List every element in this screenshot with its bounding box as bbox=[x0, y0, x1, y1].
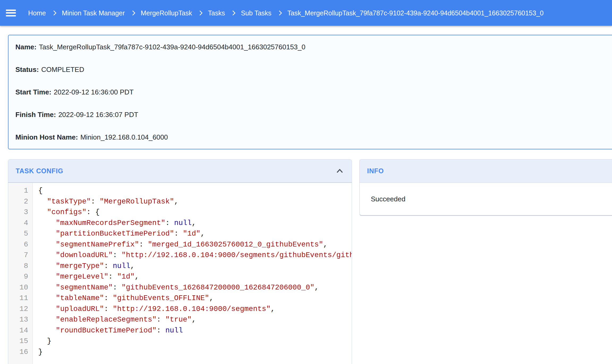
code-line: "segmentNamePrefix": "merged_1d_16630257… bbox=[38, 239, 352, 250]
chevron-right-icon bbox=[130, 10, 135, 16]
chevron-right-icon bbox=[197, 10, 203, 16]
detail-value: 2022-09-12 16:36:00 PDT bbox=[54, 88, 134, 96]
info-panel: INFO Succeeded bbox=[359, 159, 612, 216]
detail-label: Finish Time: bbox=[15, 111, 56, 119]
line-number: 15 bbox=[8, 336, 28, 347]
detail-value: Task_MergeRollupTask_79fa787c-9102-439a-… bbox=[39, 43, 305, 51]
task-config-panel: TASK CONFIG 12345678910111213141516 { "t… bbox=[8, 159, 352, 364]
code-line: "maxNumRecordsPerSegment": null, bbox=[38, 218, 352, 229]
chevron-right-icon bbox=[277, 10, 282, 16]
app-header: HomeMinion Task ManagerMergeRollupTaskTa… bbox=[0, 0, 612, 26]
detail-row: Start Time:2022-09-12 16:36:00 PDT bbox=[15, 88, 612, 96]
breadcrumb-item[interactable]: Minion Task Manager bbox=[62, 9, 125, 17]
detail-row: Name:Task_MergeRollupTask_79fa787c-9102-… bbox=[15, 43, 612, 51]
info-panel-title: INFO bbox=[367, 167, 384, 175]
detail-label: Status: bbox=[15, 66, 39, 73]
code-line: "taskType": "MergeRollupTask", bbox=[38, 196, 352, 207]
line-number: 11 bbox=[8, 293, 28, 304]
code-line: { bbox=[38, 185, 352, 196]
task-details-panel: Name:Task_MergeRollupTask_79fa787c-9102-… bbox=[8, 35, 612, 149]
breadcrumb: HomeMinion Task ManagerMergeRollupTaskTa… bbox=[28, 9, 543, 17]
line-number: 1 bbox=[8, 185, 28, 196]
breadcrumb-item[interactable]: Sub Tasks bbox=[241, 9, 271, 17]
line-number: 9 bbox=[8, 271, 28, 282]
line-number: 10 bbox=[8, 282, 28, 293]
chevron-right-icon bbox=[230, 10, 236, 16]
detail-label: Start Time: bbox=[15, 88, 51, 96]
code-line: "roundBucketTimePeriod": null bbox=[38, 325, 352, 336]
detail-value: Minion_192.168.0.104_6000 bbox=[80, 133, 168, 141]
info-panel-header: INFO bbox=[360, 159, 612, 183]
code-line: "tableName": "githubEvents_OFFLINE", bbox=[38, 293, 352, 304]
task-config-title: TASK CONFIG bbox=[16, 167, 63, 175]
code-line: } bbox=[38, 336, 352, 347]
chevron-up-icon bbox=[336, 168, 344, 174]
line-number: 16 bbox=[8, 347, 28, 358]
task-config-code-editor[interactable]: 12345678910111213141516 { "taskType": "M… bbox=[8, 183, 352, 364]
code-line: "downloadURL": "http://192.168.0.104:900… bbox=[38, 250, 352, 261]
detail-row: Minion Host Name:Minion_192.168.0.104_60… bbox=[15, 133, 612, 141]
code-line: "configs": { bbox=[38, 207, 352, 218]
code-line: "mergeLevel": "1d", bbox=[38, 271, 352, 282]
chevron-right-icon bbox=[51, 10, 57, 16]
detail-value: COMPLETED bbox=[41, 66, 84, 73]
breadcrumb-item[interactable]: Tasks bbox=[208, 9, 225, 17]
info-status-text: Succeeded bbox=[360, 183, 612, 215]
line-number: 5 bbox=[8, 228, 28, 239]
code-line: "enableReplaceSegments": "true", bbox=[38, 314, 352, 325]
line-number: 14 bbox=[8, 325, 28, 336]
detail-label: Name: bbox=[15, 43, 36, 51]
detail-value: 2022-09-12 16:36:07 PDT bbox=[58, 111, 138, 119]
code-line: } bbox=[38, 347, 352, 358]
line-number: 4 bbox=[8, 218, 28, 229]
line-number: 12 bbox=[8, 304, 28, 315]
code-line: "partitionBucketTimePeriod": "1d", bbox=[38, 228, 352, 239]
breadcrumb-item: Task_MergeRollupTask_79fa787c-9102-439a-… bbox=[287, 9, 544, 17]
line-number: 7 bbox=[8, 250, 28, 261]
detail-row: Finish Time:2022-09-12 16:36:07 PDT bbox=[15, 110, 612, 119]
detail-label: Minion Host Name: bbox=[15, 133, 78, 141]
menu-icon[interactable] bbox=[6, 10, 16, 16]
breadcrumb-item[interactable]: MergeRollupTask bbox=[141, 9, 192, 17]
code-line-numbers: 12345678910111213141516 bbox=[8, 183, 33, 364]
code-lines: { "taskType": "MergeRollupTask", "config… bbox=[33, 183, 352, 364]
code-line: "mergeType": null, bbox=[38, 261, 352, 272]
breadcrumb-item[interactable]: Home bbox=[28, 9, 46, 17]
line-number: 6 bbox=[8, 239, 28, 250]
code-line: "uploadURL": "http://192.168.0.104:9000/… bbox=[38, 304, 352, 315]
line-number: 13 bbox=[8, 314, 28, 325]
task-config-header[interactable]: TASK CONFIG bbox=[8, 159, 352, 183]
line-number: 2 bbox=[8, 196, 28, 207]
collapse-button[interactable] bbox=[336, 168, 344, 174]
line-number: 8 bbox=[8, 261, 28, 272]
detail-row: Status:COMPLETED bbox=[15, 65, 612, 74]
code-line: "segmentName": "githubEvents_16268472000… bbox=[38, 282, 352, 293]
line-number: 3 bbox=[8, 207, 28, 218]
